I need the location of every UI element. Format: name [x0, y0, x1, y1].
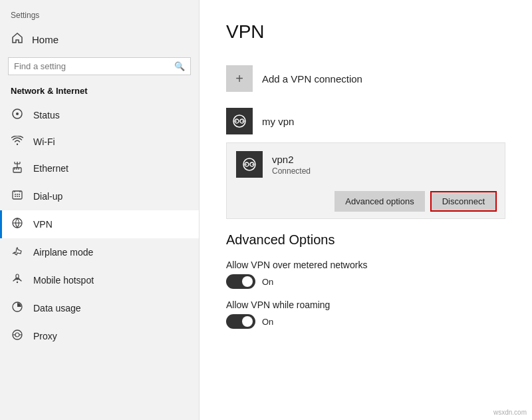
disconnect-button[interactable]: Disconnect	[430, 191, 497, 212]
sidebar-item-dialup-label: Dial-up	[33, 191, 63, 202]
toggle-metered-state: On	[262, 277, 273, 287]
sidebar-item-wifi[interactable]: Wi-Fi	[0, 129, 199, 154]
sidebar-item-status[interactable]: Status	[0, 101, 199, 129]
svg-point-16	[17, 196, 18, 197]
sidebar-item-proxy[interactable]: Proxy	[0, 322, 199, 350]
svg-point-12	[15, 194, 16, 195]
toggle-roaming[interactable]	[226, 314, 255, 329]
toggle-metered-thumb	[242, 276, 253, 287]
sidebar-item-ethernet-label: Ethernet	[33, 163, 68, 174]
sidebar-title: Settings	[0, 8, 199, 25]
proxy-icon	[11, 329, 24, 343]
sidebar-item-status-label: Status	[33, 110, 60, 120]
toggle-metered[interactable]	[226, 274, 255, 289]
sidebar-item-wifi-label: Wi-Fi	[33, 136, 55, 147]
sidebar-item-vpn[interactable]: VPN	[0, 210, 199, 238]
svg-point-1	[16, 112, 19, 115]
toggle-roaming-state: On	[262, 317, 273, 327]
sidebar-section-title: Network & Internet	[0, 82, 199, 101]
option-roaming: Allow VPN while roaming On	[226, 300, 505, 329]
home-label: Home	[32, 34, 59, 45]
toggle-roaming-thumb	[242, 316, 253, 327]
vpn-actions: Advanced options Disconnect	[227, 186, 505, 218]
toggle-roaming-track[interactable]	[226, 314, 255, 329]
sidebar-item-datausage[interactable]: Data usage	[0, 294, 199, 322]
main-content: VPN + Add a VPN connection my vpn	[200, 0, 532, 420]
vpn-connected-block[interactable]: vpn2 Connected Advanced options Disconne…	[226, 142, 505, 219]
add-vpn-row[interactable]: + Add a VPN connection	[226, 59, 505, 99]
sidebar-item-dialup[interactable]: Dial-up	[0, 182, 199, 210]
sidebar-item-ethernet[interactable]: Ethernet	[0, 154, 199, 182]
svg-point-17	[19, 196, 20, 197]
home-icon	[11, 32, 24, 47]
search-box[interactable]: 🔍	[8, 57, 191, 75]
svg-point-14	[19, 194, 20, 195]
status-icon	[11, 108, 24, 122]
sidebar-item-airplane-label: Airplane mode	[33, 247, 93, 258]
sidebar-item-hotspot[interactable]: Mobile hotspot	[0, 266, 199, 294]
advanced-options-button[interactable]: Advanced options	[334, 191, 424, 212]
vpn-connected-inner: vpn2 Connected	[227, 143, 505, 186]
vpn-myvpn-name: my vpn	[262, 116, 294, 127]
sidebar-item-datausage-label: Data usage	[33, 303, 81, 314]
ethernet-icon	[11, 161, 24, 176]
option-roaming-label: Allow VPN while roaming	[226, 300, 505, 310]
watermark: wsxdn.com	[493, 409, 527, 416]
option-roaming-toggle-row: On	[226, 314, 505, 329]
hotspot-icon	[11, 273, 24, 288]
vpn-vpn2-info: vpn2 Connected	[272, 154, 311, 176]
svg-point-22	[17, 282, 18, 283]
sidebar-item-home[interactable]: Home	[0, 25, 199, 53]
airplane-icon	[11, 245, 24, 260]
advanced-options-title: Advanced Options	[226, 232, 505, 248]
sidebar-item-airplane[interactable]: Airplane mode	[0, 238, 199, 266]
vpn-vpn2-icon	[236, 151, 263, 178]
vpn-vpn2-status: Connected	[272, 166, 311, 176]
add-vpn-icon-box: +	[226, 65, 253, 92]
data-usage-icon	[11, 301, 24, 315]
svg-point-13	[17, 194, 18, 195]
sidebar-item-proxy-label: Proxy	[33, 331, 57, 341]
option-metered-toggle-row: On	[226, 274, 505, 289]
vpn-icon	[11, 217, 24, 232]
plus-icon: +	[235, 71, 243, 87]
search-input[interactable]	[14, 61, 170, 71]
option-metered-label: Allow VPN over metered networks	[226, 260, 505, 270]
toggle-metered-track[interactable]	[226, 274, 255, 289]
svg-point-27	[15, 333, 19, 337]
vpn-myvpn-icon	[226, 108, 253, 134]
svg-point-15	[15, 196, 16, 197]
vpn-vpn2-name: vpn2	[272, 154, 311, 165]
add-vpn-label: Add a VPN connection	[262, 73, 362, 85]
option-metered: Allow VPN over metered networks On	[226, 260, 505, 289]
sidebar: Settings Home 🔍 Network & Internet Statu…	[0, 0, 200, 420]
sidebar-item-vpn-label: VPN	[33, 219, 53, 230]
page-title: VPN	[226, 21, 505, 43]
wifi-icon	[11, 136, 24, 148]
vpn-item-myvpn[interactable]: my vpn	[226, 101, 505, 141]
vpn-myvpn-info: my vpn	[262, 116, 294, 127]
search-icon: 🔍	[174, 61, 185, 71]
dialup-icon	[11, 189, 24, 204]
sidebar-item-hotspot-label: Mobile hotspot	[33, 275, 94, 286]
